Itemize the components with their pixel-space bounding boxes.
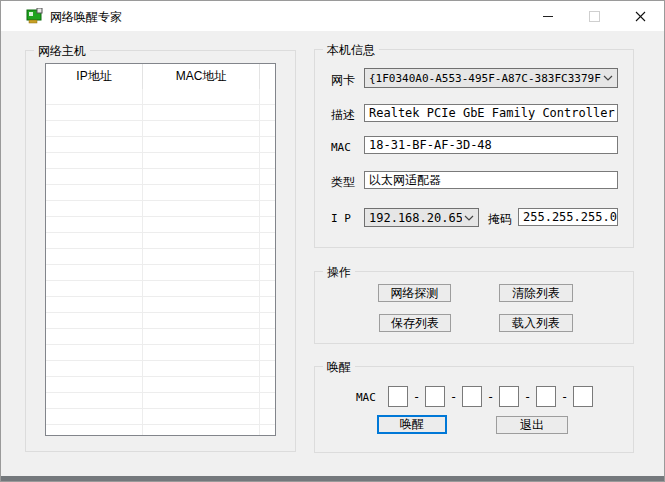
ip-label: I P [331, 212, 351, 225]
ip-select[interactable]: 192.168.20.65 [364, 208, 479, 227]
mask-field[interactable]: 255.255.255.0 [518, 208, 618, 226]
title-bar: 网络唤醒专家 [1, 1, 664, 31]
column-header-spacer [260, 64, 275, 89]
type-value: 以太网适配器 [369, 172, 441, 189]
group-network-hosts-label: 网络主机 [34, 43, 90, 60]
host-list[interactable]: IP地址 MAC地址 [45, 63, 276, 436]
exit-button[interactable]: 退出 [496, 416, 568, 434]
minimize-icon [543, 16, 553, 17]
group-actions: 操作 [314, 271, 634, 344]
window-title: 网络唤醒专家 [50, 9, 122, 26]
app-icon [26, 8, 44, 24]
mac-separator: - [482, 390, 499, 404]
wake-button[interactable]: 唤醒 [377, 415, 447, 434]
wake-mac-octet-1[interactable] [388, 386, 408, 407]
close-button[interactable] [617, 1, 663, 31]
description-field[interactable]: Realtek PCIe GbE Family Controller [364, 104, 618, 122]
ip-value: 192.168.20.65 [369, 211, 462, 225]
mac-separator: - [519, 390, 536, 404]
wake-mac-octet-4[interactable] [499, 386, 519, 407]
description-value: Realtek PCIe GbE Family Controller [369, 106, 615, 120]
type-field[interactable]: 以太网适配器 [364, 171, 618, 189]
adapter-value: {1F0340A0-A553-495F-A87C-383FC3379F0D} [369, 72, 601, 85]
wake-mac-octet-2[interactable] [425, 386, 445, 407]
mask-label: 掩码 [488, 211, 512, 228]
adapter-label: 网卡 [331, 72, 355, 89]
wake-mac-octet-3[interactable] [462, 386, 482, 407]
column-header-mac[interactable]: MAC地址 [143, 64, 260, 89]
wake-mac-octet-6[interactable] [573, 386, 593, 407]
group-local-info-label: 本机信息 [323, 42, 379, 59]
app-window: 网络唤醒专家 网络主机 IP地址 MAC地址 本机信息 网卡 {1F0340A0… [0, 0, 665, 482]
column-divider [142, 89, 143, 435]
mac-field[interactable]: 18-31-BF-AF-3D-48 [364, 136, 618, 154]
network-detect-button[interactable]: 网络探测 [378, 284, 451, 302]
mac-separator: - [556, 390, 573, 404]
host-list-header: IP地址 MAC地址 [46, 64, 275, 90]
window-bottom-edge [1, 476, 664, 481]
wake-mac-octet-5[interactable] [536, 386, 556, 407]
column-header-ip[interactable]: IP地址 [46, 64, 143, 89]
minimize-button[interactable] [525, 1, 571, 31]
maximize-icon [589, 11, 600, 22]
clear-list-button[interactable]: 清除列表 [499, 284, 573, 302]
group-wake-label: 唤醒 [323, 359, 355, 376]
load-list-button[interactable]: 载入列表 [499, 314, 573, 332]
mac-label: MAC [331, 141, 351, 154]
mac-separator: - [445, 390, 462, 404]
chevron-down-icon [464, 215, 474, 221]
type-label: 类型 [331, 174, 355, 191]
save-list-button[interactable]: 保存列表 [379, 314, 451, 332]
group-wake: 唤醒 [314, 366, 634, 453]
mac-value: 18-31-BF-AF-3D-48 [369, 138, 492, 152]
group-actions-label: 操作 [323, 264, 355, 281]
chevron-down-icon [603, 75, 613, 81]
mac-separator: - [408, 390, 425, 404]
host-list-body[interactable] [46, 89, 275, 435]
mask-value: 255.255.255.0 [523, 210, 617, 224]
description-label: 描述 [331, 107, 355, 124]
column-divider [259, 89, 260, 435]
maximize-button[interactable] [571, 1, 617, 31]
wake-mac-inputs: - - - - - [388, 386, 593, 407]
wake-mac-label: MAC [356, 391, 376, 404]
close-icon [635, 11, 646, 22]
adapter-select[interactable]: {1F0340A0-A553-495F-A87C-383FC3379F0D} [364, 68, 618, 88]
